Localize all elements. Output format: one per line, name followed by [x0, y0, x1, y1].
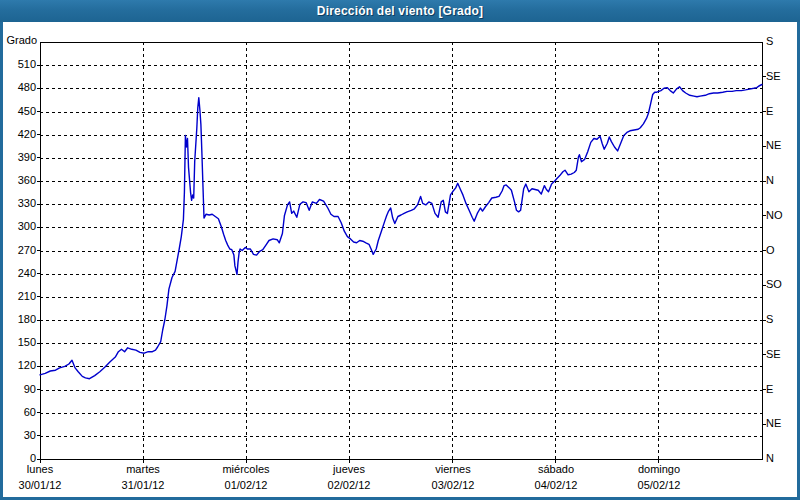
wind-direction-line	[40, 85, 762, 379]
wind-direction-chart	[0, 0, 800, 500]
